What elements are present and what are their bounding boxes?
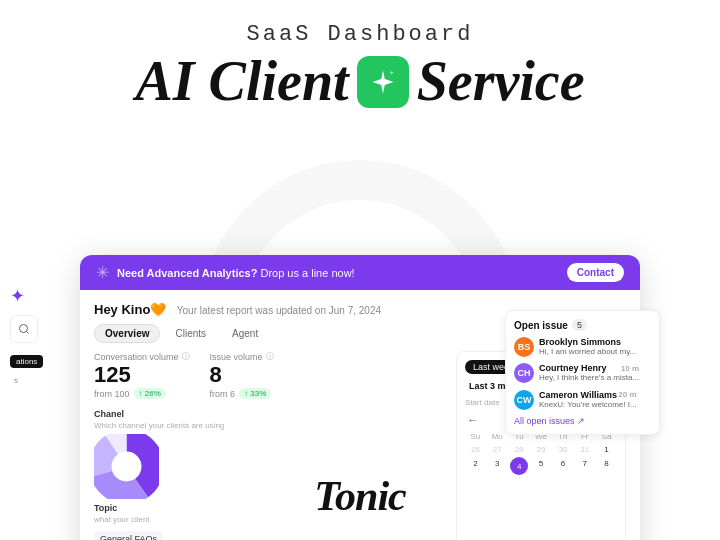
- top-section: SaaS Dashboard AI Client Service: [0, 0, 720, 113]
- conversation-from: from 100: [94, 389, 130, 399]
- pie-chart-svg: [94, 434, 159, 499]
- issue-item-2[interactable]: CH Courtney Henry 10 m Hey, I think ther…: [514, 363, 651, 383]
- contact-button[interactable]: Contact: [567, 263, 624, 282]
- sparkle-icon: ✦: [10, 286, 25, 306]
- banner-left: ✳ Need Advanced Analytics? Drop us a lin…: [96, 263, 355, 282]
- banner-text-bold: Need Advanced Analytics?: [117, 267, 257, 279]
- issue-content-3: Cameron Williams 20 m KnexU: You're welc…: [539, 390, 637, 410]
- cal-day-31[interactable]: 31: [574, 443, 595, 456]
- tab-clients[interactable]: Clients: [164, 324, 217, 343]
- cal-header-mo: Mo: [487, 431, 508, 442]
- conversation-metric: Conversation volume ⓘ 125 from 100 ↑ 26%: [94, 351, 190, 399]
- bottom-brand: Tonic: [314, 472, 405, 520]
- search-box[interactable]: [10, 315, 38, 343]
- cal-day-28[interactable]: 28: [509, 443, 530, 456]
- cal-day-8[interactable]: 8: [596, 457, 617, 475]
- issue-from: from 6: [210, 389, 236, 399]
- issue-content-1: Brooklyn Simmons Hi, I am worried about …: [539, 337, 636, 357]
- cal-day-1[interactable]: 1: [596, 443, 617, 456]
- promo-banner[interactable]: ✳ Need Advanced Analytics? Drop us a lin…: [80, 255, 640, 290]
- issue-name-1: Brooklyn Simmons: [539, 337, 636, 347]
- topic-item: General FAQs: [94, 531, 163, 540]
- info-icon: ⓘ: [182, 351, 190, 362]
- cal-prev-button[interactable]: ←: [465, 413, 481, 427]
- issue-content-2: Courtney Henry 10 m Hey, I think there's…: [539, 363, 639, 383]
- issue-text-1: Hi, I am worried about my...: [539, 347, 636, 357]
- issues-panel: Open issue 5 BS Brooklyn Simmons Hi, I a…: [505, 310, 660, 435]
- info-icon-2: ⓘ: [266, 351, 274, 362]
- svg-point-10: [112, 452, 142, 482]
- cal-day-26[interactable]: 26: [465, 443, 486, 456]
- cal-day-2[interactable]: 2: [465, 457, 486, 475]
- issue-item-1[interactable]: BS Brooklyn Simmons Hi, I am worried abo…: [514, 337, 651, 357]
- issue-item-3[interactable]: CW Cameron Williams 20 m KnexU: You're w…: [514, 390, 651, 410]
- issue-metric: Issue volume ⓘ 8 from 6 ↑ 33%: [210, 351, 274, 399]
- pie-chart: [94, 434, 159, 499]
- conversation-sub: from 100 ↑ 26%: [94, 388, 190, 399]
- cal-day-7[interactable]: 7: [574, 457, 595, 475]
- calendar-grid: Su Mo Tu We Th Fr Sa 26 27 28 29 30 31 1: [465, 431, 617, 475]
- cal-header-su: Su: [465, 431, 486, 442]
- issue-name-2: Courtney Henry 10 m: [539, 363, 639, 373]
- conversation-label: Conversation volume ⓘ: [94, 351, 190, 362]
- cal-day-5[interactable]: 5: [531, 457, 552, 475]
- issue-label: Issue volume ⓘ: [210, 351, 274, 362]
- title-part2: Service: [417, 51, 585, 113]
- svg-line-1: [26, 331, 28, 333]
- cal-day-3[interactable]: 3: [487, 457, 508, 475]
- title-part1: AI Client: [135, 51, 348, 113]
- issue-text-2: Hey, I think there's a mista...: [539, 373, 639, 383]
- cal-day-29[interactable]: 29: [531, 443, 552, 456]
- nav-label-2: s: [14, 376, 18, 385]
- nav-label-1: ations: [16, 357, 37, 366]
- banner-icon: ✳: [96, 263, 109, 282]
- left-sidebar: ✦ ations s: [10, 285, 43, 387]
- avatar-initials-1: BS: [518, 342, 531, 352]
- nav-item-active[interactable]: ations: [10, 355, 43, 368]
- channel-title: Chanel: [94, 409, 446, 419]
- issue-time-3: 20 m: [618, 390, 636, 399]
- saas-label: SaaS Dashboard: [0, 22, 720, 47]
- greeting-subtitle: Your latest report was updated on Jun 7,…: [177, 305, 381, 316]
- issue-text-3: KnexU: You're welcome! I...: [539, 400, 637, 410]
- main-title: AI Client Service: [0, 51, 720, 113]
- metrics-row: Conversation volume ⓘ 125 from 100 ↑ 26%…: [94, 351, 446, 399]
- channel-subtitle: Which channel your clients are using: [94, 421, 446, 430]
- start-date-placeholder[interactable]: Start date: [465, 398, 500, 407]
- brand-name: Tonic: [314, 472, 405, 520]
- issue-change: ↑ 33%: [239, 388, 271, 399]
- greeting: Hey Kino🧡: [94, 302, 166, 317]
- issue-sub: from 6 ↑ 33%: [210, 388, 274, 399]
- issues-count: 5: [572, 319, 587, 331]
- view-all-issues[interactable]: All open issues ↗: [514, 416, 651, 426]
- avatar-1: BS: [514, 337, 534, 357]
- ai-icon: [357, 56, 409, 108]
- banner-text-normal: Drop us a line now!: [260, 267, 354, 279]
- nav-item-2[interactable]: s: [10, 374, 43, 387]
- greeting-row: Hey Kino🧡 Your latest report was updated…: [94, 300, 381, 318]
- cal-day-6[interactable]: 6: [552, 457, 573, 475]
- issue-name-3: Cameron Williams 20 m: [539, 390, 637, 400]
- issue-value: 8: [210, 364, 274, 386]
- avatar-3: CW: [514, 390, 534, 410]
- cal-day-27[interactable]: 27: [487, 443, 508, 456]
- tab-agent[interactable]: Agent: [221, 324, 269, 343]
- svg-point-0: [20, 325, 28, 333]
- issue-time-2: 10 m: [621, 364, 639, 373]
- tab-overview[interactable]: Overview: [94, 324, 160, 343]
- avatar-initials-2: CH: [518, 368, 531, 378]
- conversation-value: 125: [94, 364, 190, 386]
- cal-day-today[interactable]: 4: [510, 457, 528, 475]
- avatar-initials-3: CW: [517, 395, 532, 405]
- issues-header: Open issue 5: [514, 319, 651, 331]
- banner-text: Need Advanced Analytics? Drop us a line …: [117, 267, 355, 279]
- conversation-change: ↑ 26%: [134, 388, 166, 399]
- nav-items: ations s: [10, 355, 43, 387]
- issues-title: Open issue: [514, 320, 568, 331]
- cal-day-30[interactable]: 30: [552, 443, 573, 456]
- avatar-2: CH: [514, 363, 534, 383]
